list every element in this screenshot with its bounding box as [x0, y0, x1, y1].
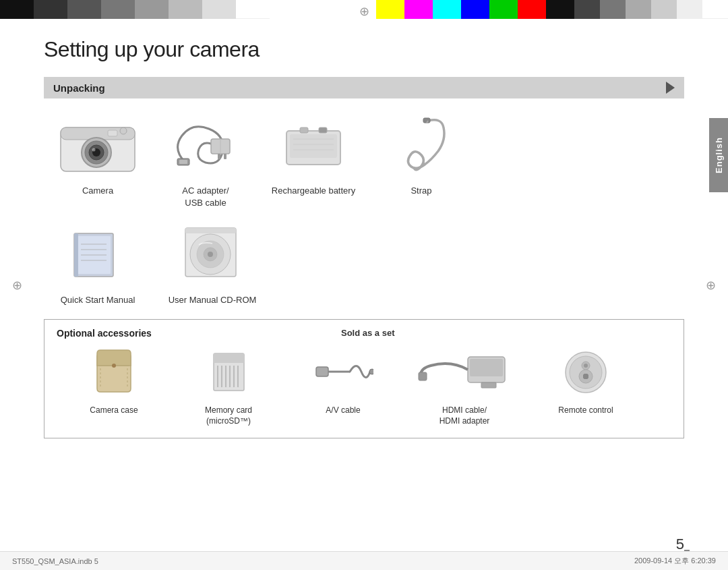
svg-rect-16 [290, 134, 337, 158]
color-swatch-red [518, 0, 546, 19]
svg-point-35 [208, 252, 213, 257]
color-swatch [677, 0, 702, 19]
color-swatch [600, 0, 626, 19]
color-bar-right [376, 0, 728, 19]
unpacking-bar: Unpacking [44, 77, 684, 98]
ac-adapter-label: AC adapter/ USB cable [182, 185, 229, 209]
memory-card-image [207, 345, 251, 399]
svg-rect-17 [300, 127, 308, 133]
item-strap: Strap [367, 112, 475, 197]
reg-mark-right: ⊕ [706, 278, 716, 293]
item-camera: Camera [44, 112, 152, 197]
quick-start-image [67, 221, 128, 289]
svg-rect-18 [319, 127, 327, 133]
battery-image [276, 112, 351, 179]
opt-item-av: A/V cable [286, 345, 400, 416]
svg-rect-36 [185, 228, 236, 233]
av-cable-label: A/V cable [326, 405, 360, 416]
opt-item-memory: Memory card (microSD™) [171, 345, 286, 428]
unpacking-label: Unpacking [53, 82, 105, 94]
item-ac-adapter: AC adapter/ USB cable [152, 112, 260, 209]
svg-rect-52 [419, 372, 427, 380]
cd-rom-label: User Manual CD-ROM [169, 294, 257, 306]
av-cable-image [313, 345, 373, 399]
memory-card-label: Memory card (microSD™) [205, 405, 252, 428]
svg-point-38 [112, 364, 116, 368]
item-cd-rom: User Manual CD-ROM [152, 221, 273, 306]
color-swatch-blue [461, 0, 489, 19]
remote-image [561, 345, 611, 399]
optional-box: Optional accessories Sold as a set [44, 319, 684, 439]
ac-adapter-image [165, 112, 246, 179]
camera-case-label: Camera case [90, 405, 138, 416]
item-battery: Rechargeable battery [260, 112, 367, 197]
color-swatch [651, 0, 677, 19]
color-swatch [546, 0, 574, 19]
color-swatch [67, 0, 101, 19]
english-tab-label: English [714, 137, 724, 173]
svg-rect-60 [583, 374, 588, 378]
sold-as-set-label: Sold as a set [341, 328, 394, 338]
svg-point-6 [92, 148, 96, 151]
opt-item-case: Camera case [57, 345, 171, 416]
svg-rect-12 [224, 154, 226, 159]
cd-rom-image [179, 221, 246, 289]
svg-rect-53 [481, 382, 496, 388]
color-swatch [626, 0, 651, 19]
svg-rect-47 [316, 367, 328, 376]
svg-rect-7 [108, 130, 117, 136]
strap-label: Strap [411, 185, 431, 197]
bottom-bar: ST550_QSM_ASIA.indb 5 2009-09-14 오후 6:20… [0, 551, 728, 570]
color-swatch [0, 0, 34, 19]
items-row-2: Quick Start Manual User M [44, 221, 684, 306]
opt-item-remote: Remote control [528, 345, 643, 416]
svg-rect-11 [218, 154, 220, 159]
color-swatch [101, 0, 135, 19]
battery-label: Rechargeable battery [272, 185, 355, 197]
color-swatch [574, 0, 600, 19]
color-bar-left [0, 0, 376, 19]
reg-mark-left: ⊕ [12, 278, 22, 293]
unpacking-arrow [666, 82, 675, 94]
camera-label: Camera [82, 185, 113, 197]
camera-image [57, 112, 138, 179]
bottom-left-text: ST550_QSM_ASIA.indb 5 [12, 557, 98, 565]
camera-case-image [87, 345, 141, 399]
strap-image [391, 112, 452, 179]
bottom-right-text: 2009-09-14 오후 6:20:39 [634, 556, 716, 566]
color-swatch-magenta [404, 0, 433, 19]
color-swatch [236, 0, 270, 19]
svg-point-8 [120, 127, 127, 134]
optional-items-row: Camera case Memory card (m [57, 345, 671, 428]
color-swatch-yellow [376, 0, 404, 19]
remote-label: Remote control [558, 405, 613, 416]
color-swatch-cyan [433, 0, 461, 19]
hdmi-label: HDMI cable/ HDMI adapter [439, 405, 490, 428]
reg-mark-top: ⊕ [359, 4, 369, 19]
svg-rect-40 [214, 353, 244, 363]
opt-item-hdmi: HDMI cable/ HDMI adapter [400, 345, 528, 428]
svg-point-49 [369, 369, 373, 374]
item-quick-start: Quick Start Manual [44, 221, 152, 306]
english-tab: English [709, 118, 728, 192]
svg-rect-14 [179, 160, 187, 164]
svg-rect-51 [470, 359, 503, 376]
items-row-1: Camera AC adapter/ USB ca [44, 112, 684, 209]
color-swatch [702, 0, 728, 19]
color-swatch [202, 0, 236, 19]
quick-start-label: Quick Start Manual [61, 294, 135, 306]
svg-rect-30 [74, 233, 78, 277]
page-title: Setting up your camera [44, 37, 684, 62]
color-swatch [135, 0, 169, 19]
hdmi-image [417, 345, 512, 399]
color-swatch [34, 0, 67, 19]
svg-point-57 [584, 364, 588, 368]
color-swatch-green [489, 0, 518, 19]
main-content: Setting up your camera Unpacking [44, 37, 684, 540]
color-swatch [169, 0, 202, 19]
